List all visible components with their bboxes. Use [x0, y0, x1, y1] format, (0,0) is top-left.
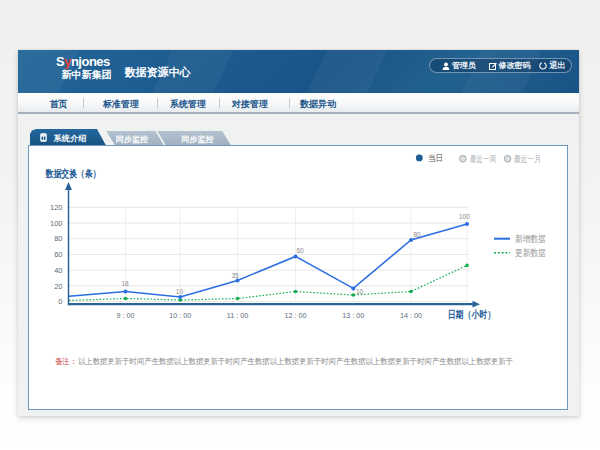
svg-text:11 : 00: 11 : 00: [227, 311, 248, 320]
svg-text:新增数据: 新增数据: [515, 233, 546, 244]
svg-text:以上数据更新于时间产生数据以上数据更新于时间产生数据以上数据: 以上数据更新于时间产生数据以上数据更新于时间产生数据以上数据更新于时间产生数据以…: [78, 357, 513, 366]
svg-text:100: 100: [459, 213, 470, 220]
svg-text:100: 100: [50, 219, 63, 228]
svg-text:数据交换（条）: 数据交换（条）: [45, 168, 100, 179]
svg-text:14 : 00: 14 : 00: [400, 311, 422, 320]
svg-text:18: 18: [122, 280, 130, 287]
svg-text:最近一月: 最近一月: [514, 154, 541, 164]
svg-text:10 : 00: 10 : 00: [169, 311, 191, 320]
svg-text:当日: 当日: [428, 153, 443, 163]
svg-text:40: 40: [54, 266, 62, 275]
svg-text:12 : 00: 12 : 00: [285, 311, 307, 320]
svg-text:35: 35: [232, 272, 240, 279]
svg-text:13 : 00: 13 : 00: [342, 311, 364, 320]
svg-text:120: 120: [50, 203, 63, 212]
svg-text:80: 80: [414, 231, 422, 238]
svg-text:最近一周: 最近一周: [470, 154, 496, 164]
svg-text:80: 80: [54, 234, 62, 243]
svg-text:更新数据: 更新数据: [515, 247, 546, 258]
svg-text:60: 60: [54, 250, 62, 259]
svg-text:日期（小时）: 日期（小时）: [448, 309, 495, 320]
svg-text:60: 60: [297, 247, 305, 254]
svg-text:0: 0: [58, 297, 62, 306]
svg-text:9 : 00: 9 : 00: [117, 311, 135, 320]
svg-text:10: 10: [176, 288, 184, 295]
svg-text:20: 20: [54, 282, 62, 291]
svg-text:备注：: 备注：: [55, 357, 77, 366]
svg-text:10: 10: [356, 288, 364, 295]
